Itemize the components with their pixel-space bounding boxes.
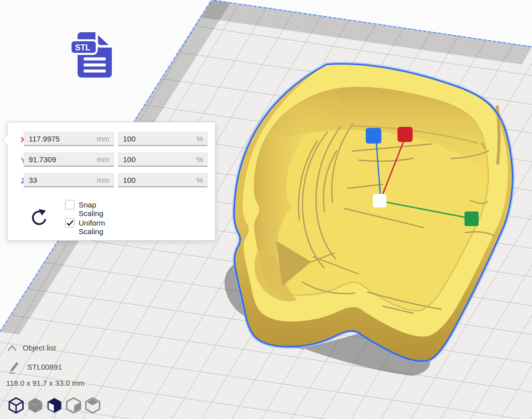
y-percent-value: 100: [123, 153, 136, 166]
z-percent-unit: %: [196, 174, 203, 187]
stl-badge-label: STL: [75, 43, 90, 52]
x-percent-value: 100: [123, 132, 136, 146]
z-size-input[interactable]: 33 mm: [24, 173, 114, 187]
scale-handle-center[interactable]: [373, 194, 386, 207]
wireframe-cube-icon[interactable]: [8, 397, 24, 414]
x-size-input[interactable]: 117.9975 mm: [24, 132, 114, 146]
snap-scaling-checkbox[interactable]: [65, 200, 75, 210]
y-size-value: 91.7309: [29, 153, 56, 166]
lid-cube-icon[interactable]: [85, 397, 101, 414]
x-percent-unit: %: [196, 132, 203, 146]
z-size-unit: mm: [97, 174, 109, 187]
z-percent-value: 100: [123, 174, 136, 187]
view-cube-toolbar: [8, 397, 119, 415]
y-size-unit: mm: [97, 153, 109, 166]
x-size-unit: mm: [97, 132, 109, 146]
chevron-up-icon[interactable]: [7, 344, 17, 352]
z-size-value: 33: [29, 174, 37, 187]
check-icon: [66, 220, 74, 226]
uniform-scaling-label: Uniform Scaling: [79, 219, 105, 236]
scale-row-y: Y 91.7309 mm 100 %: [8, 153, 215, 168]
scale-row-x: X 117.9975 mm 100 %: [8, 132, 215, 147]
scale-handle-z[interactable]: [366, 128, 381, 144]
scale-handle-y[interactable]: [397, 127, 413, 142]
uniform-scaling-checkbox[interactable]: [65, 218, 75, 228]
z-percent-input[interactable]: 100 %: [118, 173, 208, 187]
face-cube-icon[interactable]: [65, 397, 82, 414]
scale-tool-panel: X 117.9975 mm 100 % Y 91.7309 mm 100 % Z: [7, 122, 216, 241]
snap-scaling-label: Snap Scaling: [79, 200, 103, 218]
object-dimensions: 118.0 x 91.7 x 33.0 mm: [6, 379, 85, 387]
open-cube-icon[interactable]: [46, 397, 62, 414]
y-percent-unit: %: [196, 153, 203, 166]
solid-cube-icon[interactable]: [27, 397, 43, 414]
y-percent-input[interactable]: 100 %: [118, 153, 208, 167]
scale-row-z: Z 33 mm 100 %: [8, 173, 215, 188]
x-size-value: 117.9975: [29, 132, 59, 146]
object-name[interactable]: STL00891: [27, 363, 62, 371]
scale-handle-x[interactable]: [464, 212, 479, 226]
stl-file-icon: STL: [70, 28, 117, 81]
object-list-toggle[interactable]: Object list: [23, 343, 56, 352]
y-size-input[interactable]: 91.7309 mm: [24, 153, 114, 167]
pencil-icon: [8, 361, 19, 374]
rotate-ccw-icon: [30, 208, 48, 228]
x-percent-input[interactable]: 100 %: [118, 132, 208, 146]
reset-scale-button[interactable]: [30, 208, 48, 228]
cura-window: STL X 117.9975 mm 100 % Y 91.7309 mm: [0, 0, 532, 419]
